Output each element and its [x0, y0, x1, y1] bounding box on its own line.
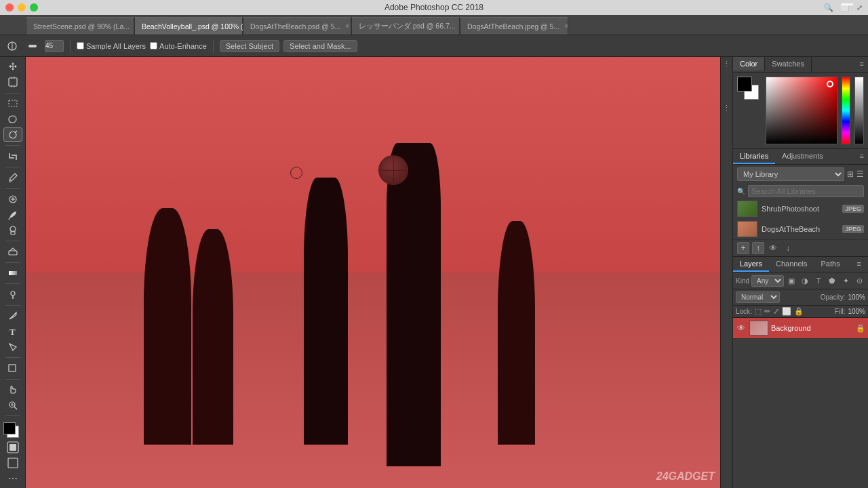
extra-tools-btn[interactable]: ⋯ — [3, 471, 22, 485]
layer-visibility-toggle[interactable]: 👁 — [736, 323, 747, 333]
lock-all-icon[interactable]: 🔒 — [794, 307, 804, 316]
person-4 — [387, 143, 441, 466]
tab-channels[interactable]: Channels — [769, 257, 814, 272]
marquee-tool[interactable] — [3, 96, 22, 110]
dodge-tool[interactable] — [3, 287, 22, 302]
layer-row[interactable]: 👁 Background 🔒 — [733, 318, 868, 339]
pixel-filter-icon[interactable]: ▣ — [786, 274, 797, 287]
svg-rect-2 — [28, 45, 37, 47]
select-subject-btn[interactable]: Select Subject — [220, 40, 279, 52]
alpha-bar[interactable] — [854, 77, 864, 144]
layer-lock-icon: 🔒 — [856, 324, 865, 333]
lock-artboard-icon[interactable]: ⬜ — [782, 307, 791, 316]
sample-all-layers-checkbox[interactable] — [77, 42, 84, 49]
clone-stamp-tool[interactable] — [3, 223, 22, 237]
layers-lock-bar: Lock: ⬚ ✏ ⤢ ⬜ 🔒 Fill: 100% — [733, 306, 868, 318]
close-icon[interactable]: × — [564, 22, 568, 30]
lock-transparent-icon[interactable]: ⬚ — [755, 307, 762, 316]
close-icon[interactable]: × — [345, 22, 349, 30]
filter-toggle[interactable]: ⊙ — [854, 274, 865, 287]
list-item[interactable]: DogsAtTheBeach JPEG — [733, 219, 868, 239]
lock-paint-icon[interactable]: ✏ — [764, 307, 770, 316]
layer-name: Background — [771, 324, 853, 332]
svg-rect-30 — [9, 444, 16, 451]
path-selection-tool[interactable] — [3, 340, 22, 354]
person-5 — [498, 221, 535, 445]
minimize-button[interactable] — [18, 3, 26, 12]
tab-dogsatbeach1[interactable]: DogsAtTheBeach.psd @ 5... × — [243, 17, 351, 35]
kind-select[interactable]: Any — [751, 275, 784, 287]
add-library-btn[interactable]: + — [737, 242, 749, 254]
person-1 — [144, 208, 191, 445]
eye-icon[interactable]: 👁 — [767, 242, 779, 254]
side-panel-icons: ⋮ ⋮ — [720, 57, 732, 488]
zoom-tool[interactable] — [3, 398, 22, 412]
search-input[interactable] — [748, 185, 864, 197]
list-item[interactable]: ShrubPhotoshoot JPEG — [733, 199, 868, 219]
panel-toggle-icon-2[interactable]: ⋮ — [723, 104, 730, 113]
pen-tool[interactable] — [3, 308, 22, 323]
move-tool[interactable] — [3, 60, 22, 74]
tab-dogsatbeach2[interactable]: DogsAtTheBeach.jpeg @ 5... × — [460, 17, 568, 35]
tab-layers[interactable]: Layers — [733, 257, 769, 272]
tab-paths[interactable]: Paths — [814, 257, 847, 272]
eraser-tool[interactable] — [3, 245, 22, 259]
tab-beachvolleyball[interactable]: BeachVolleyball_.psd @ 100% (Quick Mask/… — [134, 17, 243, 35]
foreground-color-swatch[interactable] — [3, 422, 16, 434]
auto-enhance-checkbox[interactable] — [150, 42, 157, 49]
healing-brush-tool[interactable] — [3, 192, 22, 206]
type-tool[interactable]: T — [3, 324, 22, 338]
panel-toggle-icon-1[interactable]: ⋮ — [723, 60, 730, 68]
brush-tool[interactable] — [3, 207, 22, 222]
collapse-lib-panel[interactable]: ≡ — [856, 149, 868, 164]
tab-raccoon[interactable]: レッサーパンダ.psd @ 66.7... × — [351, 17, 460, 35]
opacity-value[interactable]: 100% — [848, 293, 865, 301]
gradient-tool[interactable] — [3, 266, 22, 280]
color-panel-tabs: Color Swatches ≡ — [733, 57, 868, 73]
blend-mode-select[interactable]: Normal — [736, 291, 780, 303]
tool-separator — [5, 167, 20, 167]
screen-mode-btn[interactable] — [3, 455, 22, 470]
library-dropdown[interactable]: My Library — [737, 167, 844, 181]
fill-value[interactable]: 100% — [848, 308, 865, 315]
hand-tool[interactable] — [3, 382, 22, 396]
eyedropper-tool[interactable] — [3, 171, 22, 185]
download-icon[interactable]: ↓ — [782, 242, 794, 254]
brush-size-input[interactable] — [45, 40, 64, 52]
shape-tool[interactable] — [3, 361, 22, 375]
type-filter-icon[interactable]: T — [813, 274, 825, 287]
crop-tool[interactable] — [3, 149, 22, 163]
tab-libraries[interactable]: Libraries — [733, 149, 775, 164]
adjustment-filter-icon[interactable]: ◑ — [800, 274, 811, 287]
opacity-label: Opacity: — [821, 293, 846, 301]
lasso-tool[interactable] — [3, 112, 22, 126]
select-mask-btn[interactable]: Select and Mask... — [283, 40, 357, 52]
panel-menu-btn[interactable]: ≡ — [850, 257, 868, 272]
list-view-icon[interactable]: ☰ — [856, 169, 864, 179]
ellipsis-icon: ⋯ — [8, 473, 18, 484]
maximize-button[interactable] — [30, 3, 38, 12]
tab-swatches[interactable]: Swatches — [765, 57, 812, 72]
tool-preset-btn[interactable] — [4, 39, 20, 53]
quick-mask-toggle[interactable] — [3, 441, 22, 455]
brush-preset-btn[interactable] — [24, 39, 41, 53]
close-button[interactable] — [5, 3, 14, 12]
smart-filter-icon[interactable]: ✦ — [840, 274, 852, 287]
canvas-area[interactable]: 24GADGET — [26, 57, 720, 488]
tab-adjustments[interactable]: Adjustments — [775, 149, 830, 164]
search-icon[interactable]: 🔍 — [824, 3, 833, 12]
grid-view-icon[interactable]: ⊞ — [847, 169, 854, 179]
tab-color[interactable]: Color — [733, 57, 765, 72]
upload-library-btn[interactable]: ↑ — [752, 242, 764, 254]
shape-filter-icon[interactable]: ⬟ — [827, 274, 838, 287]
lock-move-icon[interactable]: ⤢ — [773, 307, 779, 316]
fg-color-swatch[interactable] — [737, 77, 752, 92]
tab-streetscene[interactable]: StreetScene.psd @ 90% (La... × — [26, 17, 134, 35]
quick-selection-tool[interactable] — [3, 127, 22, 142]
svg-line-16 — [9, 218, 9, 220]
expand-icon[interactable]: ⤢ — [856, 3, 863, 12]
collapse-color-panel[interactable]: ≡ — [856, 57, 868, 72]
artboard-tool[interactable] — [3, 75, 22, 89]
color-gradient-picker[interactable] — [766, 77, 837, 144]
hue-bar[interactable] — [842, 77, 851, 144]
